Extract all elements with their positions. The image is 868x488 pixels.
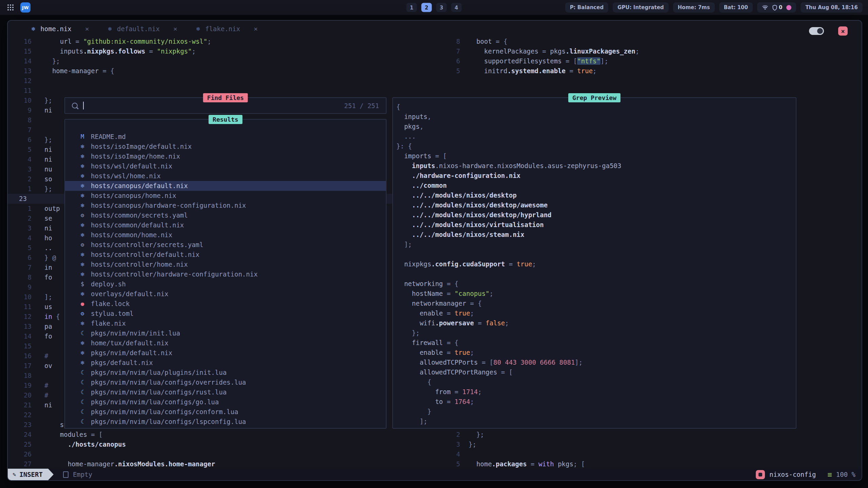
result-item[interactable]: ❄hosts/controller/home.nix [65,260,386,269]
app-launcher-icon[interactable] [7,4,9,6]
line-number: 6 [395,56,460,66]
result-item[interactable]: ⚙hosts/controller/secrets.yaml [65,240,386,250]
bar-module[interactable]: P: Balanced [565,2,609,13]
tab-close-icon[interactable]: × [85,25,89,33]
result-item[interactable]: ☾pkgs/nvim/nvim/lua/configs/lspconfig.lu… [65,417,386,427]
bar-module[interactable]: Home: 7ms [673,2,715,13]
grep-preview-window: Grep Preview { inputs, pkgs, ...}: { imp… [392,97,796,429]
result-filename: hosts/wsl/home.nix [91,171,161,181]
result-item[interactable]: ❄hosts/wsl/home.nix [65,171,386,181]
scroll-percent: 100 % [836,471,855,478]
result-item[interactable]: ⚙stylua.toml [65,309,386,319]
workspace-button-4[interactable]: 4 [451,3,462,12]
result-item[interactable]: ☾pkgs/nvim/nvim/lua/plugins/init.lua [65,368,386,378]
clock[interactable]: Thu Aug 08, 18:16 [801,2,863,13]
result-item[interactable]: ❄hosts/canopus/hardware-configuration.ni… [65,201,386,210]
find-files-prompt[interactable]: Find Files 251 / 251 [64,97,387,114]
result-item[interactable]: ●flake.lock [65,299,386,309]
result-item[interactable]: ❄hosts/controller/hardware-configuration… [65,269,386,279]
result-item[interactable]: ❄flake.nix [65,319,386,328]
line-number: 5 [395,459,460,469]
result-item[interactable]: ☾pkgs/nvim/nvim/lua/configs/conform.lua [65,407,386,417]
result-filename: hosts/isoImage/default.nix [91,142,192,151]
result-item[interactable]: ❄hosts/wsl/default.nix [65,161,386,171]
code-text [32,410,44,420]
editor-window: ❄home.nix×❄default.nix×❄flake.nix× × 16 … [7,20,862,481]
line-number: 8 [8,115,32,125]
pin-toggle[interactable] [809,27,824,35]
result-item[interactable]: ❄pkgs/default.nix [65,358,386,368]
lua-file-icon: ☾ [79,397,86,407]
result-item[interactable]: ❄pkgs/nvim/default.nix [65,348,386,358]
result-item[interactable]: ☾pkgs/nvim/nvim/lua/configs/go.lua [65,397,386,407]
bar-module[interactable]: Bat: 100 [719,2,753,13]
find-files-results[interactable]: Results MREADME.md❄hosts/isoImage/defaul… [64,119,387,429]
logo-badge[interactable]: JW [20,2,31,13]
workspace-button-1[interactable]: 1 [407,3,417,12]
preview-line: ../../modules/nixos/desktop [396,190,794,200]
code-text: supportedFilesystems = ["ntfs"]; [460,56,608,66]
code-line: 27 home-manager.nixosModules.home-manage… [8,459,395,469]
wifi-icon[interactable] [762,5,768,10]
indicator-dot-icon[interactable] [786,5,791,10]
editor-area[interactable]: 16 url = "github:nix-community/nixos-wsl… [8,37,862,469]
result-item[interactable]: ❄hosts/isoImage/default.nix [65,142,386,151]
tab-close-icon[interactable]: × [254,25,258,33]
preview-line: ../../modules/nixos/steam.nix [396,230,794,240]
line-number: 6 [8,253,32,263]
line-number: 21 [8,400,32,410]
code-text: modules = [ [32,430,103,440]
line-number: 3 [395,440,460,449]
code-text: home.packages = with pkgs; [ [460,459,585,469]
updates-indicator[interactable]: 0 [772,4,782,11]
result-item[interactable]: ❄hosts/common/home.nix [65,230,386,240]
result-item[interactable]: ❄hosts/canopus/default.nix [65,181,386,191]
code-text: so [32,174,52,184]
code-text: ni [32,105,52,115]
line-number: 7 [8,263,32,272]
status-line: ✎ INSERT Empty nixos-config ≡ 100 % [8,469,862,480]
result-item[interactable]: ❄home/tux/default.nix [65,338,386,348]
result-item[interactable]: MREADME.md [65,132,386,142]
workspace-button-3[interactable]: 3 [436,3,447,12]
code-text [32,341,44,351]
code-text: inputs.nixpkgs.follows = "nixpkgs"; [32,46,196,56]
tab-home.nix[interactable]: ❄home.nix× [32,25,89,33]
top-bar: JW 1234 P: BalancedGPU: IntegratedHome: … [0,0,868,15]
result-item[interactable]: ☾pkgs/nvim/nvim/lua/configs/rust.lua [65,387,386,397]
result-item[interactable]: ☾pkgs/nvim/nvim/init.lua [65,328,386,338]
line-number: 24 [8,430,32,440]
result-item[interactable]: ❄hosts/common/default.nix [65,220,386,230]
code-line: 13 home-manager = { [8,66,395,76]
result-item[interactable]: ❄overlays/default.nix [65,289,386,299]
preview-line: }: { [396,141,794,151]
line-number: 23 [8,420,32,430]
result-item[interactable]: ⚙hosts/common/secrets.yaml [65,210,386,220]
nix-icon: ❄ [108,25,112,32]
preview-line: nixpkgs.config.cudaSupport = true; [396,259,794,269]
line-number: 8 [395,37,460,46]
result-item[interactable]: ❄hosts/controller/default.nix [65,250,386,260]
result-item[interactable]: ☾pkgs/nvim/nvim/lua/configs/overrides.lu… [65,378,386,387]
nix-file-icon: ❄ [79,151,86,161]
code-text: }; [32,184,52,194]
tab-flake.nix[interactable]: ❄flake.nix× [196,25,258,33]
code-text [460,449,469,459]
preview-line: ../../modules/nixos/virtualisation [396,220,794,230]
tab-close-icon[interactable]: × [173,25,177,33]
result-item[interactable]: $deploy.sh [65,279,386,289]
tab-default.nix[interactable]: ❄default.nix× [108,25,177,33]
bar-module[interactable]: GPU: Integrated [613,2,669,13]
system-tray[interactable]: 0 [757,2,796,13]
result-item[interactable]: ❄hosts/isoImage/home.nix [65,151,386,161]
result-filename: deploy.sh [91,279,126,289]
project-name: nixos-config [769,471,816,478]
line-number: 14 [8,331,32,341]
preview-line: wifi.powersave = false; [396,318,794,328]
line-number: 15 [8,46,32,56]
window-close-button[interactable]: × [838,26,848,36]
line-number: 2 [8,174,32,184]
result-item[interactable]: ❄hosts/canopus/home.nix [65,191,386,201]
workspace-button-2[interactable]: 2 [421,3,432,12]
buffer-label: Empty [73,471,92,478]
